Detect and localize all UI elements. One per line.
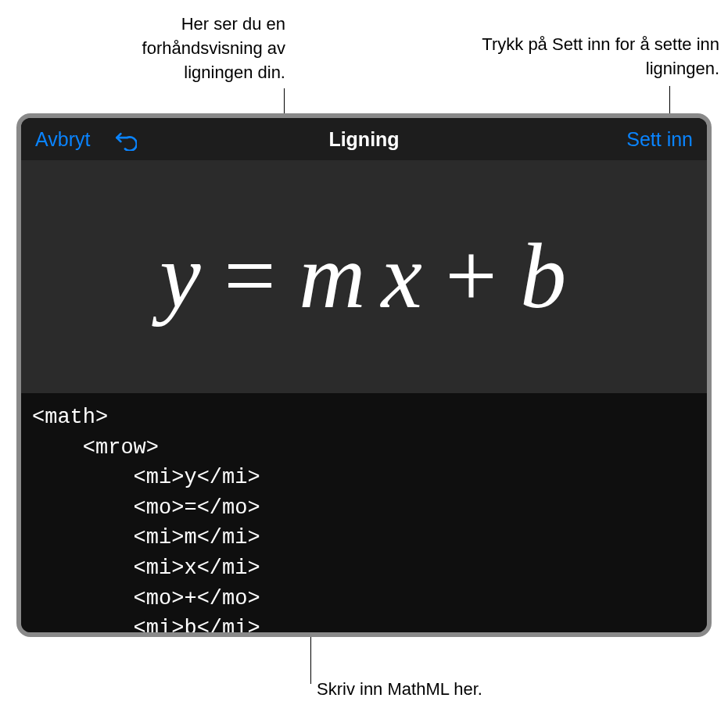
eq-op-equals: = [224,224,278,330]
cancel-button[interactable]: Avbryt [35,128,90,151]
callout-insert: Trykk på Sett inn for å sette inn lignin… [438,33,719,81]
eq-var-x: x [381,224,424,330]
eq-var-b: b [520,224,568,330]
eq-op-plus: + [445,224,499,330]
eq-var-m: m [299,224,368,330]
equation-dialog: Avbryt Ligning Sett inn y = m x + b <mat… [16,113,712,637]
mathml-editor[interactable]: <math> <mrow> <mi>y</mi> <mo>=</mo> <mi>… [21,393,707,632]
eq-var-y: y [160,224,203,330]
undo-icon[interactable] [113,127,137,151]
insert-button[interactable]: Sett inn [626,128,693,151]
dialog-title: Ligning [328,128,399,151]
toolbar-left-group: Avbryt [35,127,137,151]
callout-input: Skriv inn MathML her. [317,678,482,702]
callout-line-input [310,637,311,684]
equation-preview: y = m x + b [21,160,707,393]
dialog-toolbar: Avbryt Ligning Sett inn [21,118,707,160]
callout-preview: Her ser du en forhåndsvisning av ligning… [117,13,285,84]
equation-rendered: y = m x + b [160,224,568,330]
mathml-code: <math> <mrow> <mi>y</mi> <mo>=</mo> <mi>… [32,403,696,632]
